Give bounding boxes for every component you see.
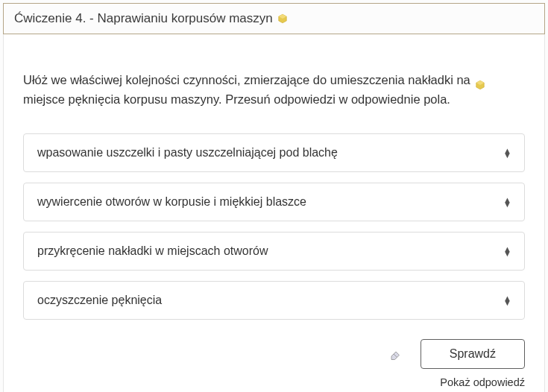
eraser-icon[interactable] (389, 347, 403, 361)
option-label: oczyszczenie pęknięcia (37, 294, 162, 307)
inline-hex-icon (475, 76, 485, 86)
sortable-option[interactable]: wywiercenie otworów w korpusie i miękkie… (23, 183, 525, 221)
exercise-body: Ułóż we właściwej kolejności czynności, … (3, 34, 545, 392)
sort-arrows-icon[interactable]: ▲▼ (503, 296, 511, 305)
sortable-option[interactable]: oczyszczenie pęknięcia ▲▼ (23, 281, 525, 320)
sort-arrows-icon[interactable]: ▲▼ (503, 247, 511, 256)
instruction-line-2: miejsce pęknięcia korpusu maszyny. Przes… (23, 92, 450, 106)
exercise-title: Ćwiczenie 4. - Naprawianiu korpusów masz… (14, 11, 273, 26)
option-label: przykręcenie nakładki w miejscach otworó… (37, 244, 268, 258)
sortable-option[interactable]: przykręcenie nakładki w miejscach otworó… (23, 232, 525, 271)
check-button[interactable]: Sprawdź (421, 339, 525, 369)
sortable-option[interactable]: wpasowanie uszczelki i pasty uszczelniaj… (23, 133, 525, 172)
option-label: wywiercenie otworów w korpusie i miękkie… (37, 195, 306, 209)
footer-controls: Sprawdź (23, 339, 525, 369)
sort-arrows-icon[interactable]: ▲▼ (503, 197, 511, 206)
option-label: wpasowanie uszczelki i pasty uszczelniaj… (37, 146, 338, 159)
instruction-text: Ułóż we właściwej kolejności czynności, … (23, 70, 525, 110)
difficulty-hex-icon (277, 13, 288, 24)
instruction-line-1: Ułóż we właściwej kolejności czynności, … (23, 73, 470, 86)
sort-arrows-icon[interactable]: ▲▼ (503, 148, 511, 157)
show-answer-link[interactable]: Pokaż odpowiedź (23, 376, 525, 388)
exercise-header: Ćwiczenie 4. - Naprawianiu korpusów masz… (3, 3, 545, 34)
